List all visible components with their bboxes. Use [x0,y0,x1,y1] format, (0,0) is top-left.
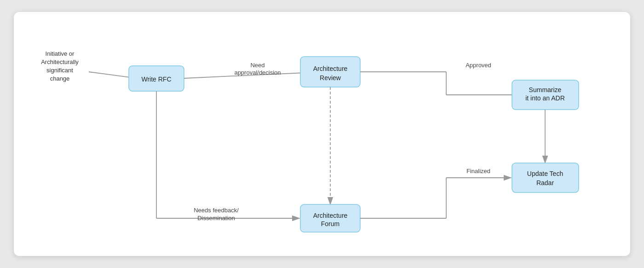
start-label: Initiative or [46,50,75,57]
svg-text:Finalized: Finalized [466,168,490,175]
svg-text:Forum: Forum [321,220,339,227]
svg-text:approval/decision: approval/decision [234,69,281,76]
svg-text:it into an ADR: it into an ADR [525,94,565,102]
summarize-adr-label: Summarize [529,86,562,93]
svg-text:Need: Need [250,62,264,69]
svg-text:Dissemination: Dissemination [197,215,235,221]
svg-text:Approved: Approved [466,62,491,69]
diagram-container: Initiative or Architecturally significan… [14,12,630,256]
update-tech-radar-label: Update Tech [527,170,563,177]
svg-text:change: change [50,75,70,82]
svg-text:Radar: Radar [536,179,554,186]
svg-text:Needs feedback/: Needs feedback/ [194,207,239,214]
arch-review-label: Architecture [313,65,348,72]
write-rfc-label: Write RFC [141,76,171,83]
svg-text:significant: significant [46,67,73,74]
update-tech-radar-node [512,163,579,192]
arch-forum-label: Architecture [313,212,348,219]
svg-text:Architecturally: Architecturally [41,58,79,65]
svg-text:Review: Review [320,74,341,82]
